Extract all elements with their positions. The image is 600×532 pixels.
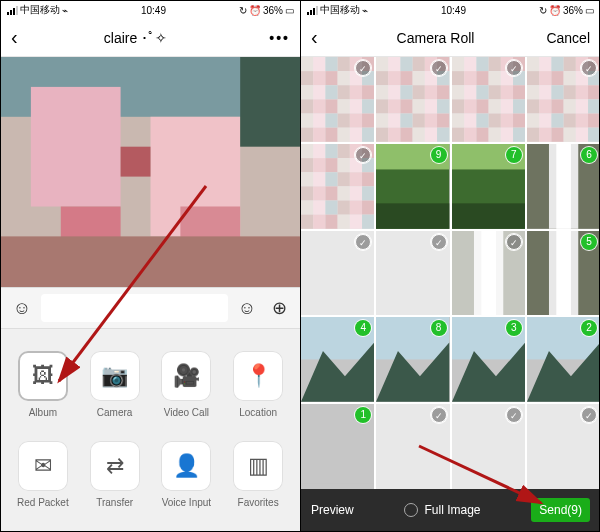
photo-cell[interactable]: 8 xyxy=(376,317,449,402)
svg-rect-187 xyxy=(350,214,362,228)
svg-rect-130 xyxy=(539,85,551,99)
svg-rect-45 xyxy=(376,57,388,71)
selection-badge: 7 xyxy=(506,147,522,163)
emoji-icon[interactable]: ☺ xyxy=(234,295,260,321)
svg-rect-61 xyxy=(425,85,437,99)
battery-icon: ▭ xyxy=(585,5,594,16)
svg-rect-152 xyxy=(588,128,600,142)
panel-item-favorites[interactable]: ▥Favorites xyxy=(222,429,294,519)
photo-cell[interactable] xyxy=(452,231,525,316)
svg-rect-57 xyxy=(376,85,388,99)
back-button[interactable]: ‹ xyxy=(311,26,331,49)
clock: 10:49 xyxy=(441,5,466,16)
panel-item-video-call[interactable]: 🎥Video Call xyxy=(151,339,223,429)
panel-item-location[interactable]: 📍Location xyxy=(222,339,294,429)
selection-badge-empty xyxy=(506,60,522,76)
svg-rect-202 xyxy=(481,231,496,316)
svg-rect-147 xyxy=(527,128,539,142)
svg-rect-42 xyxy=(338,128,350,142)
photo-cell[interactable]: 9 xyxy=(376,144,449,229)
svg-rect-132 xyxy=(563,85,575,99)
photo-cell[interactable] xyxy=(301,231,374,316)
svg-rect-62 xyxy=(437,85,449,99)
svg-rect-137 xyxy=(551,99,563,113)
svg-rect-148 xyxy=(539,128,551,142)
photo-cell[interactable] xyxy=(301,57,374,142)
photo-cell[interactable] xyxy=(301,144,374,229)
svg-rect-48 xyxy=(413,57,425,71)
svg-rect-8 xyxy=(1,236,300,287)
cancel-button[interactable]: Cancel xyxy=(540,30,590,46)
nav-bar: ‹ claire ･ﾟ✧ ••• xyxy=(1,19,300,57)
chat-title: claire ･ﾟ✧ xyxy=(31,30,240,46)
svg-rect-153 xyxy=(301,144,313,158)
photo-cell[interactable] xyxy=(376,57,449,142)
svg-rect-51 xyxy=(376,71,388,85)
svg-rect-101 xyxy=(476,99,488,113)
photo-cell[interactable] xyxy=(452,57,525,142)
svg-rect-32 xyxy=(362,99,374,113)
svg-rect-171 xyxy=(301,186,313,200)
photo-cell[interactable] xyxy=(376,231,449,316)
back-button[interactable]: ‹ xyxy=(11,26,31,49)
selection-badge: 5 xyxy=(581,234,597,250)
photo-cell[interactable] xyxy=(376,404,449,489)
photo-cell[interactable] xyxy=(452,404,525,489)
svg-rect-116 xyxy=(513,128,525,142)
photo-cell[interactable]: 2 xyxy=(527,317,600,402)
picker-screen: 中国移动 ⌁ 10:49 ↻ ⏰ 36% ▭ ‹ Camera Roll Can… xyxy=(301,1,600,531)
svg-rect-160 xyxy=(313,158,325,172)
photo-cell[interactable] xyxy=(527,404,600,489)
voice-icon[interactable]: ☺ xyxy=(9,295,35,321)
wifi-icon: ⌁ xyxy=(362,5,368,16)
photo-cell[interactable]: 4 xyxy=(301,317,374,402)
chat-image[interactable] xyxy=(1,57,300,287)
panel-item-camera[interactable]: 📷Camera xyxy=(79,339,151,429)
photo-cell[interactable]: 6 xyxy=(527,144,600,229)
transfer-icon: ⇄ xyxy=(90,441,140,491)
send-button[interactable]: Send(9) xyxy=(531,498,590,522)
photo-cell[interactable]: 3 xyxy=(452,317,525,402)
svg-rect-142 xyxy=(539,114,551,128)
svg-rect-149 xyxy=(551,128,563,142)
photo-cell[interactable] xyxy=(527,57,600,142)
selection-badge-empty xyxy=(506,407,522,423)
more-button[interactable]: ••• xyxy=(240,30,290,46)
svg-rect-59 xyxy=(401,85,413,99)
selection-badge-empty xyxy=(355,147,371,163)
photo-cell[interactable]: 1 xyxy=(301,404,374,489)
selection-badge-empty xyxy=(355,234,371,250)
svg-rect-94 xyxy=(464,85,476,99)
svg-rect-136 xyxy=(539,99,551,113)
svg-rect-174 xyxy=(338,186,350,200)
photo-cell[interactable]: 7 xyxy=(452,144,525,229)
message-input[interactable] xyxy=(41,294,228,322)
svg-rect-37 xyxy=(350,114,362,128)
battery-label: 36% xyxy=(263,5,283,16)
photo-cell[interactable]: 5 xyxy=(527,231,600,316)
refresh-icon: ↻ xyxy=(239,5,247,16)
svg-rect-180 xyxy=(338,200,350,214)
svg-rect-146 xyxy=(588,114,600,128)
svg-rect-83 xyxy=(476,57,488,71)
svg-rect-156 xyxy=(338,144,350,158)
svg-rect-140 xyxy=(588,99,600,113)
full-image-toggle[interactable]: Full Image xyxy=(368,503,518,517)
svg-rect-74 xyxy=(437,114,449,128)
panel-item-voice-input[interactable]: 👤Voice Input xyxy=(151,429,223,519)
svg-rect-133 xyxy=(576,85,588,99)
plus-icon[interactable]: ⊕ xyxy=(266,295,292,321)
nav-bar: ‹ Camera Roll Cancel xyxy=(301,19,600,57)
svg-rect-155 xyxy=(325,144,337,158)
picker-toolbar: Preview Full Image Send(9) xyxy=(301,489,600,531)
panel-item-label: Video Call xyxy=(164,407,209,418)
preview-button[interactable]: Preview xyxy=(311,503,354,517)
panel-item-transfer[interactable]: ⇄Transfer xyxy=(79,429,151,519)
selection-badge-empty xyxy=(355,60,371,76)
svg-rect-188 xyxy=(362,214,374,228)
panel-item-red-packet[interactable]: ✉Red Packet xyxy=(7,429,79,519)
svg-rect-134 xyxy=(588,85,600,99)
panel-item-album[interactable]: 🖼Album xyxy=(7,339,79,429)
svg-rect-168 xyxy=(338,172,350,186)
status-bar: 中国移动 ⌁ 10:49 ↻ ⏰ 36% ▭ xyxy=(301,1,600,19)
